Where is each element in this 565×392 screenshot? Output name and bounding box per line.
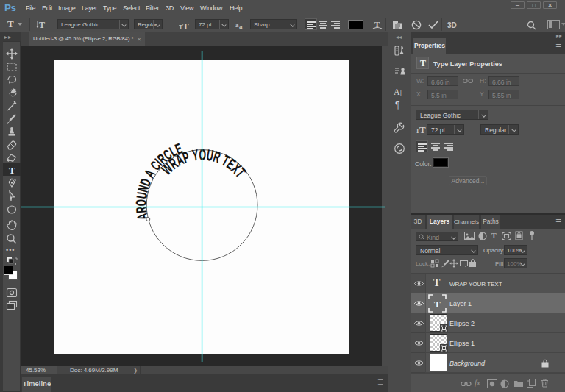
svg-text:T: T <box>182 21 189 30</box>
svg-text:T: T <box>419 124 426 134</box>
svg-text:a: a <box>239 23 243 29</box>
svg-text:Y: Y <box>191 146 199 164</box>
svg-text:T: T <box>9 165 15 176</box>
svg-text:O: O <box>132 199 149 207</box>
svg-text:T: T <box>39 20 45 30</box>
svg-text:T: T <box>434 299 441 310</box>
